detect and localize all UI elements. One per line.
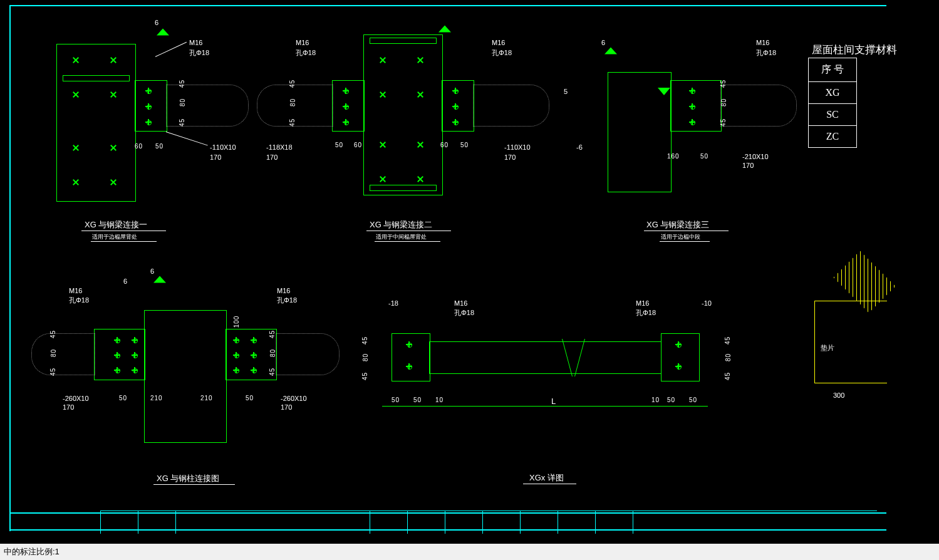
dim: 80 bbox=[289, 98, 296, 106]
bolt-icon bbox=[452, 88, 459, 94]
bolt-icon bbox=[114, 367, 120, 373]
tb-cell bbox=[445, 511, 483, 534]
bolt-icon bbox=[343, 119, 349, 125]
dim: 50 bbox=[392, 397, 400, 403]
callout-p260: -260X10 bbox=[63, 395, 89, 402]
bolt-icon bbox=[132, 352, 138, 358]
callout-n18: -18 bbox=[388, 299, 398, 307]
bolt-icon bbox=[114, 352, 120, 358]
bolt-icon bbox=[233, 352, 239, 358]
command-text: 中的标注比例:1 bbox=[4, 547, 60, 556]
callout-p260: -260X10 bbox=[281, 395, 307, 402]
titleblock-strip bbox=[100, 511, 877, 529]
material-table: 序 号 XG SC ZC bbox=[808, 58, 857, 148]
dim-60: 60 bbox=[354, 142, 362, 148]
bolt-icon bbox=[145, 103, 152, 110]
tb-cell bbox=[138, 511, 176, 534]
bolt-icon bbox=[114, 337, 120, 343]
bolt-icon bbox=[452, 103, 459, 110]
dim-80: 80 bbox=[179, 98, 186, 106]
ul bbox=[660, 241, 710, 242]
callout-n6: -6 bbox=[576, 143, 583, 151]
dim-170: 170 bbox=[210, 153, 221, 161]
dim: 80 bbox=[50, 349, 57, 357]
bolt-icon bbox=[675, 341, 682, 348]
command-line[interactable]: 中的标注比例:1 bbox=[0, 544, 939, 560]
dim-100: 100 bbox=[233, 316, 240, 328]
dim: 10 bbox=[651, 397, 660, 403]
dim: 45 bbox=[289, 80, 296, 88]
td-xg: XG bbox=[809, 82, 857, 104]
callout-hole: 孔Φ18 bbox=[492, 48, 512, 58]
dim-170: 170 bbox=[266, 153, 278, 161]
callout-p210: -210X10 bbox=[742, 153, 769, 160]
weld-icon bbox=[658, 88, 670, 95]
d2-column bbox=[363, 34, 443, 195]
dim: 50 bbox=[246, 395, 254, 402]
dim: 45 bbox=[724, 336, 731, 345]
dim-50: 50 bbox=[700, 153, 708, 160]
ul bbox=[644, 231, 729, 231]
subtitle-d2: 适用于中间榀屋背处 bbox=[376, 233, 427, 241]
d2-flange-bot bbox=[370, 185, 437, 191]
subtitle-d1: 适用于边榀屋背处 bbox=[92, 233, 137, 241]
yellow-bracket bbox=[814, 301, 887, 383]
td-sc: SC bbox=[809, 104, 857, 126]
weld-icon bbox=[438, 26, 451, 33]
dimline bbox=[382, 406, 708, 407]
callout-hole: 孔Φ18 bbox=[277, 296, 297, 305]
dim: 80 bbox=[720, 98, 727, 106]
dim-160: 160 bbox=[667, 153, 680, 160]
callout-m16: M16 bbox=[636, 299, 649, 307]
dim-60: 60 bbox=[135, 143, 143, 150]
frame-top bbox=[9, 5, 886, 6]
dim-50: 50 bbox=[335, 142, 343, 148]
dim-170: 170 bbox=[742, 162, 754, 169]
d5-break bbox=[564, 341, 586, 374]
tb-cell bbox=[100, 511, 138, 534]
tb-cell bbox=[595, 511, 633, 534]
cad-viewport[interactable]: 6 M16 孔Φ18 -110X10 170 60 50 45 80 45 XG… bbox=[0, 0, 939, 560]
bolt-icon bbox=[132, 367, 138, 373]
weld-size: 6 bbox=[601, 39, 605, 46]
tb-cell bbox=[482, 511, 521, 534]
d5-plate-r bbox=[661, 333, 700, 381]
weld-size: 6 bbox=[155, 19, 158, 26]
title-d3: XG 与钢梁连接三 bbox=[646, 219, 709, 231]
title-d5: XGx 详图 bbox=[529, 472, 564, 484]
ul bbox=[81, 231, 166, 231]
weld-icon bbox=[604, 48, 617, 54]
callout-n10: -10 bbox=[702, 299, 712, 307]
dim-60: 60 bbox=[440, 142, 449, 148]
leader bbox=[166, 132, 208, 146]
dim: 210 bbox=[200, 395, 213, 402]
dim: 45 bbox=[720, 80, 727, 88]
d1-column bbox=[56, 44, 136, 202]
leader bbox=[155, 42, 187, 57]
bolt-icon bbox=[233, 337, 239, 343]
ul bbox=[91, 241, 157, 242]
bolt-icon bbox=[675, 363, 682, 370]
dim: 210 bbox=[150, 395, 163, 402]
bolt-icon bbox=[689, 103, 695, 110]
d5-tube-r bbox=[583, 341, 661, 374]
bolt-icon bbox=[251, 337, 257, 343]
tb-cell bbox=[175, 511, 214, 534]
tb-cell bbox=[558, 511, 596, 534]
callout-p110: -110X10 bbox=[504, 143, 531, 151]
d2-beam-r bbox=[473, 85, 549, 127]
weld-size: 6 bbox=[150, 267, 154, 275]
dim: 10 bbox=[435, 397, 444, 403]
dim: 80 bbox=[269, 349, 276, 357]
tb-cell bbox=[633, 511, 671, 534]
title-d4: XG 与钢柱连接图 bbox=[157, 473, 219, 484]
callout-m16: M16 bbox=[296, 39, 309, 46]
weld-size: 5 bbox=[564, 88, 568, 95]
d5-plate-l bbox=[392, 333, 430, 381]
td-zc: ZC bbox=[809, 126, 857, 148]
tb-cell bbox=[370, 511, 408, 534]
ul bbox=[375, 241, 440, 242]
dim-50: 50 bbox=[460, 142, 469, 148]
d3-gusset bbox=[670, 80, 722, 132]
bolt-icon bbox=[406, 341, 412, 348]
